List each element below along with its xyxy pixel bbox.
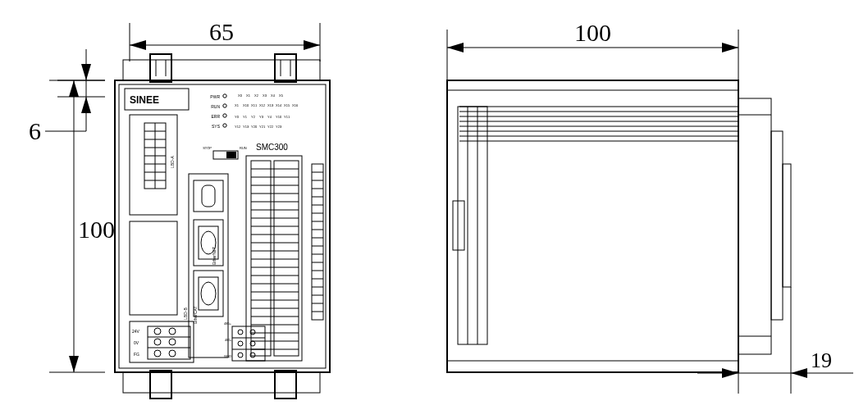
power-term-fg: FG: [134, 352, 139, 357]
svg-marker-147: [722, 43, 738, 52]
led-sys: SYS: [212, 124, 221, 129]
svg-point-67: [223, 94, 226, 98]
model-name: SMC300: [256, 143, 288, 152]
svg-text:Y0: Y0: [235, 115, 240, 119]
svg-text:Y23: Y23: [276, 125, 282, 129]
svg-point-42: [154, 328, 161, 335]
svg-text:X5: X5: [279, 93, 284, 98]
brand-name: SINEE: [130, 94, 159, 106]
side-rear-din-rail: [738, 98, 791, 354]
svg-point-59: [238, 330, 243, 335]
svg-text:Y2: Y2: [251, 115, 256, 119]
svg-rect-24: [123, 372, 320, 393]
comm-port-column: LBD-B EtherCAT EtherNET EtherNET: [183, 174, 228, 358]
svg-point-60: [238, 341, 243, 346]
side-front-connectors: [453, 107, 487, 344]
svg-text:Y20: Y20: [251, 125, 258, 129]
svg-text:X12: X12: [259, 103, 266, 107]
power-term-0v: 0V: [134, 340, 139, 345]
rs485-minus: 485-: [225, 338, 232, 342]
svg-text:X3: X3: [263, 93, 267, 98]
dim-width-65: 65: [130, 18, 320, 61]
front-view: 65 6 100: [29, 18, 330, 399]
port-ethernet-alt: EtherNET: [212, 247, 217, 265]
port-ethercat: EtherCAT: [193, 306, 198, 324]
rs485-plus: 485+: [224, 321, 232, 326]
dim-tab-19: 19: [697, 287, 853, 394]
ethernet-port-2: [194, 271, 223, 317]
svg-text:X4: X4: [271, 93, 276, 98]
svg-text:Y13: Y13: [243, 125, 249, 129]
svg-rect-19: [275, 54, 296, 82]
rs485-gnd: GND: [224, 354, 231, 358]
led-pwr: PWR: [210, 94, 220, 99]
port-lbd-a: LBD-A: [170, 156, 175, 168]
dim-height-100: 100: [49, 80, 115, 372]
side-view: 100 19: [447, 19, 853, 394]
svg-rect-151: [771, 131, 783, 320]
status-led-block: PWR RUN ERR SYS: [210, 94, 226, 129]
svg-marker-146: [447, 43, 464, 52]
svg-point-61: [238, 353, 243, 358]
svg-point-45: [169, 328, 176, 335]
svg-point-46: [169, 339, 176, 345]
svg-marker-10: [81, 97, 91, 113]
svg-text:Y11: Y11: [284, 115, 290, 119]
dim-value-65: 65: [209, 18, 234, 45]
svg-rect-168: [458, 107, 487, 344]
svg-text:Y1: Y1: [243, 115, 248, 119]
dim-offset-6: 6: [29, 49, 105, 144]
svg-marker-14: [69, 80, 79, 97]
dim-value-100-height: 100: [78, 216, 115, 243]
front-top-rail: [123, 54, 320, 82]
io-label-matrix: X0 X1 X2 X3 X4 X5 X1 X10 X11 X12 X13 X14…: [235, 93, 299, 129]
power-terminal-block: 24V 0V FG: [130, 321, 194, 362]
svg-text:X11: X11: [251, 103, 258, 107]
ethernet-port-1: [194, 220, 223, 266]
switch-stop-label: STOP: [203, 146, 212, 150]
svg-text:Y21: Y21: [259, 125, 266, 129]
front-vent-slots: [312, 164, 323, 320]
svg-text:X0: X0: [238, 93, 243, 98]
svg-point-68: [223, 104, 226, 107]
svg-marker-4: [304, 40, 320, 50]
svg-text:X13: X13: [267, 103, 274, 107]
power-term-screws: [154, 328, 176, 357]
svg-text:Y22: Y22: [267, 125, 274, 129]
svg-marker-158: [722, 368, 738, 378]
side-pcb-fins: [459, 107, 738, 141]
svg-rect-100: [274, 161, 299, 356]
dim-depth-100: 100: [447, 19, 738, 80]
svg-text:X15: X15: [284, 103, 290, 107]
svg-text:Y3: Y3: [259, 115, 264, 119]
led-run: RUN: [211, 104, 220, 109]
svg-text:Y12: Y12: [235, 125, 241, 129]
dim-value-100-depth: 100: [574, 19, 611, 46]
technical-drawing-sheet: 65 6 100: [0, 0, 868, 419]
svg-point-47: [169, 350, 176, 357]
svg-marker-9: [81, 64, 91, 80]
svg-text:X2: X2: [254, 93, 259, 98]
side-main-body: [447, 80, 738, 372]
svg-rect-18: [150, 54, 171, 82]
svg-point-69: [223, 114, 226, 117]
dim-value-19: 19: [811, 348, 832, 372]
svg-rect-66: [226, 152, 236, 158]
front-bottom-rail: [123, 371, 320, 399]
svg-text:X14: X14: [276, 103, 282, 107]
svg-text:Y4: Y4: [267, 115, 272, 119]
dim-value-6: 6: [29, 117, 41, 144]
svg-marker-15: [69, 356, 79, 372]
svg-text:X1: X1: [246, 93, 251, 98]
port-lbd-b: LBD-B: [183, 307, 188, 320]
drawing-svg: 65 6 100: [0, 0, 868, 419]
usb-c-port-icon: [202, 185, 215, 207]
svg-point-70: [223, 124, 226, 127]
lbd-a-block: LBD-A: [130, 115, 177, 215]
svg-marker-159: [791, 368, 807, 378]
svg-rect-152: [783, 164, 791, 287]
svg-rect-150: [738, 98, 771, 354]
led-err: ERR: [211, 114, 220, 119]
svg-rect-124: [312, 164, 323, 320]
svg-text:X1: X1: [235, 103, 240, 107]
